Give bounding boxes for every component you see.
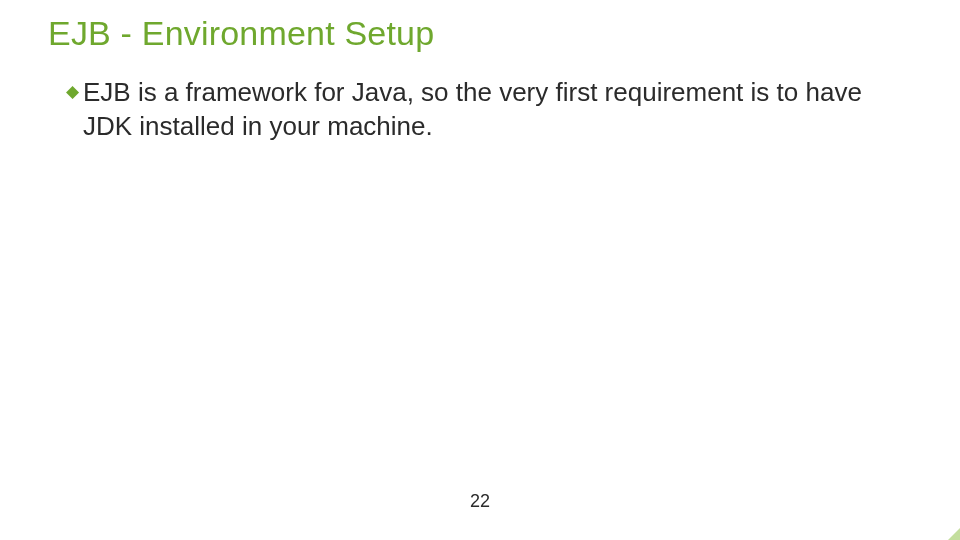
slide: EJB - Environment Setup ◆ EJB is a frame… [0,0,960,540]
slide-body: ◆ EJB is a framework for Java, so the ve… [48,75,912,143]
accent-corner [948,528,960,540]
bullet-item: ◆ EJB is a framework for Java, so the ve… [66,75,912,143]
page-number: 22 [0,491,960,512]
slide-title: EJB - Environment Setup [48,14,912,53]
diamond-bullet-icon: ◆ [66,75,79,109]
bullet-text: EJB is a framework for Java, so the very… [83,75,912,143]
